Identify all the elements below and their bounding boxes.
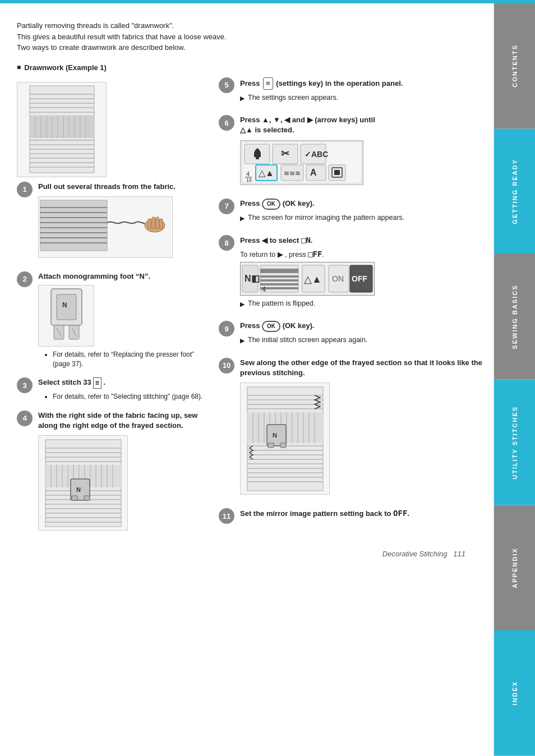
drawnwork-svg xyxy=(19,83,105,176)
step-10-content: Sew along the other edge of the frayed s… xyxy=(240,358,482,499)
step-3-circle: 3 xyxy=(17,377,33,393)
step-8-circle: 8 xyxy=(219,235,234,251)
settings-key-icon: ≡ xyxy=(263,77,273,90)
step-2-content: Attach monogramming foot “N”. N xyxy=(38,271,207,369)
step-3-note: For details, refer to "Selecting stitchi… xyxy=(46,392,207,402)
page-layout: Partially removing threads is called "dr… xyxy=(0,3,535,756)
step-4: 4 With the right side of the fabric faci… xyxy=(17,411,207,535)
threads-svg xyxy=(40,197,172,256)
step-3: 3 Select stitch 33 ≡ . For details, refe… xyxy=(17,377,207,401)
step-9-circle: 9 xyxy=(219,321,234,336)
step-9-content: Press OK (OK key). The initial stitch sc… xyxy=(240,321,482,349)
sidebar-index-label: INDEX xyxy=(511,681,518,706)
drawnwork-diagram xyxy=(17,82,107,177)
svg-text:✂: ✂ xyxy=(281,148,290,159)
svg-text:△▲: △▲ xyxy=(304,274,322,285)
step-8: 8 Press ◀ to select □N. To return to ▶ ,… xyxy=(219,235,482,312)
step-5-title: Press ≡ (settings key) in the operation … xyxy=(240,77,482,90)
intro-line3: Two ways to create drawnwork are describ… xyxy=(17,42,482,53)
svg-rect-35 xyxy=(152,217,155,229)
sidebar-sewing-basics[interactable]: SEWING BASICS xyxy=(494,254,535,380)
mirror-svg: N◧ 4 xyxy=(241,262,374,295)
sidebar-utility-stitches[interactable]: UTILITY STITCHES xyxy=(494,380,535,505)
sew2-diagram: N xyxy=(240,382,330,495)
step-7-circle: 7 xyxy=(219,199,234,214)
page-footer: Decorative Stitching 111 xyxy=(17,544,482,564)
step-3-content: Select stitch 33 ≡ . For details, refer … xyxy=(38,377,207,401)
svg-text:A: A xyxy=(310,168,317,177)
svg-rect-74 xyxy=(84,496,90,500)
step-8-title: Press ◀ to select □N. xyxy=(240,235,482,246)
sew2-svg: N xyxy=(242,384,329,494)
main-content: Partially removing threads is called "dr… xyxy=(0,3,494,756)
svg-text:OFF: OFF xyxy=(352,274,367,283)
step-7: 7 Press OK (OK key). The screen for mirr… xyxy=(219,199,482,227)
svg-text:N: N xyxy=(62,301,67,309)
step-11-content: Set the mirror image pattern setting bac… xyxy=(240,508,482,523)
right-column: 5 Press ≡ (settings key) in the operatio… xyxy=(219,77,482,545)
svg-text:16: 16 xyxy=(246,177,252,183)
svg-rect-139 xyxy=(268,443,274,448)
left-column: 1 Pull out several threads from the fabr… xyxy=(17,77,207,545)
sidebar-appendix[interactable]: APPENDIX xyxy=(494,505,535,631)
sidebar-contents-label: CONTENTS xyxy=(511,45,518,88)
step-5-circle: 5 xyxy=(219,77,234,93)
svg-rect-37 xyxy=(160,219,163,229)
svg-text:N: N xyxy=(273,432,277,439)
step-3-title: Select stitch 33 ≡ . xyxy=(38,377,207,388)
svg-rect-93 xyxy=(334,170,340,175)
footer-text: Decorative Stitching xyxy=(382,550,448,558)
step-9-result: The initial stitch screen appears again. xyxy=(240,335,482,345)
step-4-content: With the right side of the fabric facing… xyxy=(38,411,207,535)
sidebar: CONTENTS GETTING READY SEWING BASICS UTI… xyxy=(494,3,535,756)
sew1-svg: N xyxy=(40,437,127,529)
svg-rect-6 xyxy=(30,116,94,138)
step-8-result: The pattern is flipped. xyxy=(240,299,482,309)
step-2: 2 Attach monogramming foot “N”. N xyxy=(17,271,207,369)
step-2-circle: 2 xyxy=(17,271,33,287)
svg-text:4: 4 xyxy=(262,285,266,293)
sidebar-sewing-basics-label: SEWING BASICS xyxy=(511,285,518,349)
step-10-title: Sew along the other edge of the frayed s… xyxy=(240,358,482,378)
step-11-circle: 11 xyxy=(219,508,234,524)
mirror-panel-diagram: N◧ 4 xyxy=(240,262,375,296)
step-8-content: Press ◀ to select □N. To return to ▶ , p… xyxy=(240,235,482,312)
step-7-title: Press OK (OK key). xyxy=(240,199,482,210)
step-1-circle: 1 xyxy=(17,182,33,197)
svg-text:ON: ON xyxy=(332,274,344,283)
sidebar-contents[interactable]: CONTENTS xyxy=(494,3,535,129)
step-5-content: Press ≡ (settings key) in the operation … xyxy=(240,77,482,107)
intro-text: Partially removing threads is called "dr… xyxy=(17,20,482,53)
step-1-content: Pull out several threads from the fabric… xyxy=(38,182,207,262)
step-6-title: Press ▲, ▼, ◀ and ▶ (arrow keys) until △… xyxy=(240,115,482,135)
step-9-title: Press OK (OK key). xyxy=(240,321,482,332)
svg-text:N: N xyxy=(76,486,81,493)
step-5-press: Press xyxy=(240,79,262,87)
step-5-rest: (settings key) in the operation panel. xyxy=(276,79,403,87)
threads-diagram xyxy=(38,196,173,258)
step-2-notes: For details, refer to “Replacing the pre… xyxy=(46,350,207,369)
sidebar-getting-ready-label: GETTING READY xyxy=(511,159,518,224)
step-6-circle: 6 xyxy=(219,115,234,131)
step-1: 1 Pull out several threads from the fabr… xyxy=(17,182,207,262)
sew1-diagram: N xyxy=(38,435,128,531)
svg-rect-34 xyxy=(148,219,151,229)
step-4-title: With the right side of the fabric facing… xyxy=(38,411,207,431)
step-2-title: Attach monogramming foot “N”. xyxy=(38,271,207,282)
two-col-layout: 1 Pull out several threads from the fabr… xyxy=(17,77,482,545)
svg-text:△▲: △▲ xyxy=(259,168,274,178)
sidebar-index[interactable]: INDEX xyxy=(494,630,535,756)
svg-text:✓ABC: ✓ABC xyxy=(305,150,328,159)
sidebar-getting-ready[interactable]: GETTING READY xyxy=(494,129,535,255)
step-7-result: The screen for mirror imaging the patter… xyxy=(240,213,482,223)
step-10: 10 Sew along the other edge of the fraye… xyxy=(219,358,482,499)
foot-svg: N xyxy=(40,286,93,345)
step-2-note-1: For details, refer to “Replacing the pre… xyxy=(53,350,207,369)
drawnwork-header: Drawnwork (Example 1) xyxy=(17,63,482,72)
svg-rect-77 xyxy=(256,157,259,159)
step-11: 11 Set the mirror image pattern setting … xyxy=(219,508,482,524)
stitch-panel-diagram: ✂ ✓ABC 4 16 △▲ xyxy=(240,140,363,185)
intro-line1: Partially removing threads is called "dr… xyxy=(17,20,482,31)
step-6-content: Press ▲, ▼, ◀ and ▶ (arrow keys) until △… xyxy=(240,115,482,189)
step-5: 5 Press ≡ (settings key) in the operatio… xyxy=(219,77,482,107)
